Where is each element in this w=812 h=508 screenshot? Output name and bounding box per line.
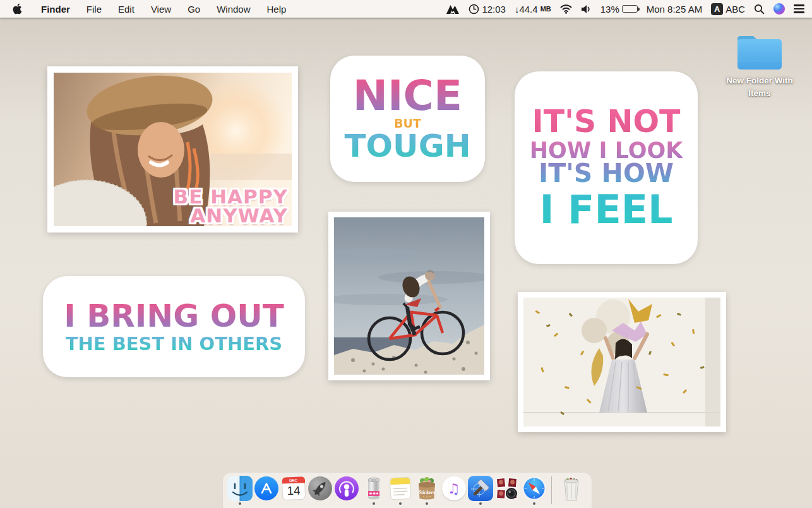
folder-label: New Folder With Items [715, 75, 804, 99]
desktop-screen: Finder File Edit View Go Window Help 12:… [0, 0, 812, 508]
app-store-icon [254, 476, 279, 501]
sticker-photo-confetti-celebration[interactable] [518, 292, 726, 432]
photo-booth-icon [494, 476, 520, 501]
notes-running-dot [399, 502, 402, 505]
confetti-photo-image [523, 298, 720, 426]
input-source-status[interactable]: A ABC [711, 3, 745, 15]
dock: DEC 14 [222, 472, 592, 508]
dock-finder[interactable] [227, 476, 253, 505]
dock-calendar[interactable]: DEC 14 [280, 476, 307, 505]
dock-trash[interactable] [556, 476, 588, 505]
trash-full-icon [559, 476, 584, 501]
dock-launchpad[interactable] [307, 476, 333, 505]
dock-app-store[interactable] [253, 476, 280, 505]
download-unit: MB [540, 5, 551, 13]
feel-line1: IT'S NOT [532, 107, 680, 136]
volume-icon[interactable] [581, 4, 592, 14]
timer-status[interactable]: 12:03 [469, 4, 506, 15]
feel-line2: HOW I LOOK [530, 140, 683, 160]
dock-can-utility[interactable] [361, 476, 387, 505]
desktop-folder-new-folder-with-items[interactable]: New Folder With Items [715, 33, 804, 99]
music-note-icon: ♫ [448, 481, 460, 497]
menubar-clock[interactable]: Mon 8:25 AM [647, 4, 702, 15]
menu-go[interactable]: Go [188, 4, 200, 15]
stickers-app-icon: Stickers [414, 476, 439, 501]
podcasts-icon [334, 476, 359, 501]
biker-photo-image [334, 217, 484, 375]
apple-menu-icon[interactable] [13, 3, 22, 15]
itunes-icon: ♫ [441, 476, 467, 501]
mountain-m-icon[interactable] [446, 3, 460, 15]
tough-text: TOUGH [344, 131, 470, 160]
timer-clock-icon [469, 4, 479, 15]
dock-safari[interactable] [520, 476, 547, 505]
network-speed-status[interactable]: ↓44.4MB [515, 4, 551, 15]
download-speed: ↓44.4 [515, 4, 538, 15]
dock-notes[interactable] [387, 476, 414, 505]
timer-time: 12:03 [482, 4, 506, 15]
sticker-i-bring-out[interactable]: I BRING OUT THE BEST IN OTHERS [43, 276, 305, 377]
xcode-icon [468, 476, 493, 501]
input-source-label: ABC [725, 4, 745, 15]
dock-photo-booth[interactable] [494, 476, 520, 505]
dock-itunes[interactable]: ♫ [441, 476, 467, 505]
menu-window[interactable]: Window [217, 4, 250, 15]
svg-text:14: 14 [287, 484, 301, 498]
menu-file[interactable]: File [87, 4, 102, 15]
can-app-icon [361, 476, 386, 501]
battery-status[interactable]: 13% [600, 4, 638, 15]
menu-bar: Finder File Edit View Go Window Help 12:… [0, 0, 812, 18]
finder-running-dot [239, 502, 241, 505]
nice-text: NICE [353, 77, 462, 116]
bring-line1: I BRING OUT [64, 301, 284, 330]
notification-list-icon[interactable] [794, 4, 804, 13]
launchpad-rocket-icon [307, 476, 333, 501]
safari-running-dot [533, 502, 535, 505]
wifi-icon[interactable] [560, 4, 572, 14]
safari-icon [522, 476, 547, 501]
battery-percent: 13% [600, 4, 619, 15]
dock-separator [551, 476, 552, 504]
menu-finder[interactable]: Finder [41, 4, 70, 15]
stickers-running-dot [426, 502, 428, 505]
input-source-icon: A [711, 3, 723, 15]
spotlight-search-icon[interactable] [754, 4, 765, 15]
desktop-background[interactable]: BE HAPPY ANYWAY NICE BUT TOUGH IT'S NOT … [0, 18, 812, 508]
calendar-icon: DEC 14 [281, 476, 306, 501]
menu-view[interactable]: View [151, 4, 171, 15]
feel-line4: I FEEL [539, 191, 672, 227]
sticker-its-how-i-feel[interactable]: IT'S NOT HOW I LOOK IT'S HOW I FEEL [515, 71, 698, 264]
happy-caption: BE HAPPY ANYWAY [174, 188, 288, 225]
battery-icon [622, 5, 638, 13]
finder-icon [227, 476, 253, 501]
dock-xcode[interactable] [467, 476, 494, 505]
dock-stickers-app[interactable]: Stickers [414, 476, 440, 505]
happy-photo-image: BE HAPPY ANYWAY [54, 73, 292, 226]
feel-line3: IT'S HOW [539, 162, 674, 186]
svg-text:Stickers: Stickers [419, 490, 435, 495]
sticker-photo-be-happy-anyway[interactable]: BE HAPPY ANYWAY [47, 66, 298, 233]
notes-icon [388, 476, 413, 501]
menu-help[interactable]: Help [267, 4, 287, 15]
sticker-nice-but-tough[interactable]: NICE BUT TOUGH [330, 56, 485, 182]
siri-icon[interactable] [773, 3, 785, 15]
menu-edit[interactable]: Edit [118, 4, 134, 15]
dock-podcasts[interactable] [333, 476, 360, 505]
svg-text:DEC: DEC [289, 478, 298, 482]
xcode-running-dot [479, 502, 482, 505]
folder-icon [734, 33, 785, 72]
bring-line2: THE BEST IN OTHERS [66, 336, 283, 353]
sticker-photo-mountain-biker[interactable] [328, 212, 490, 380]
can-utility-running-dot [373, 502, 375, 505]
